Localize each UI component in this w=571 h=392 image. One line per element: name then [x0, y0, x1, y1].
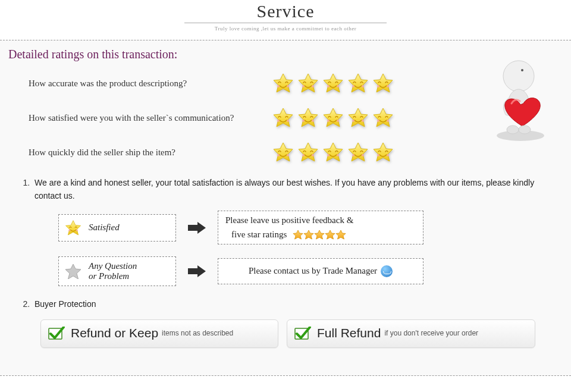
svg-point-7	[507, 126, 519, 134]
five-star-text: five star ratings	[231, 228, 287, 242]
feedback-row-problem: Any Question or Problem Please contact u…	[58, 256, 563, 286]
rating-question: How quickly did the seller ship the item…	[29, 148, 266, 158]
note-item-1: We are a kind and honest seller, your to…	[32, 177, 563, 286]
mini-five-stars-icon	[293, 230, 346, 240]
check-icon	[294, 327, 311, 341]
rating-row-accuracy: How accurate was the product description…	[29, 73, 563, 93]
question-label: Any Question or Problem	[89, 261, 137, 281]
full-refund-sub: if you don't receive your order	[384, 328, 478, 339]
satisfied-box: Satisfied	[58, 214, 176, 242]
feedback-row-satisfied: Satisfied Please leave us positive feedb…	[58, 211, 563, 244]
header-underline	[184, 23, 387, 23]
notes-list: We are a kind and honest seller, your to…	[32, 177, 563, 348]
check-icon	[48, 327, 65, 341]
mascot-with-heart-icon	[488, 52, 553, 142]
five-star-rating-icon	[272, 142, 394, 162]
section-heading: Detailed ratings on this transaction:	[8, 48, 563, 61]
question-action-text: Please contact us by Trade Manager	[249, 264, 377, 278]
refund-keep-sub: items not as described	[162, 328, 233, 339]
gold-star-icon	[65, 220, 81, 236]
refund-or-keep-card: Refund or Keep items not as described	[40, 319, 278, 348]
feedback-guidance: Satisfied Please leave us positive feedb…	[34, 211, 563, 286]
svg-point-4	[503, 61, 534, 92]
note-item-2: Buyer Protection Refund or Keep items no…	[32, 298, 563, 348]
rating-question: How satisfied were you with the seller`s…	[29, 113, 266, 123]
buyer-protection-title: Buyer Protection	[34, 299, 96, 309]
question-action-box: Please contact us by Trade Manager	[218, 258, 423, 284]
gray-star-icon	[65, 264, 81, 279]
satisfied-action-box: Please leave us positive feedback & five…	[218, 211, 423, 244]
ratings-list: How accurate was the product description…	[29, 73, 563, 162]
header-subtitle: Truly love coming ,let us make a commitm…	[0, 26, 571, 32]
service-header: Service Truly love coming ,let us make a…	[0, 0, 571, 32]
five-star-rating-icon	[272, 73, 394, 93]
note-1-text: We are a kind and honest seller, your to…	[34, 178, 534, 200]
satisfied-action-line2: five star ratings	[231, 228, 346, 242]
svg-point-5	[521, 69, 523, 71]
protection-cards: Refund or Keep items not as described Fu…	[40, 319, 563, 348]
ratings-section: Detailed ratings on this transaction: Ho…	[0, 40, 571, 376]
question-box: Any Question or Problem	[58, 256, 176, 286]
full-refund-main: Full Refund	[317, 324, 381, 343]
header-title: Service	[0, 1, 571, 21]
rating-row-communication: How satisfied were you with the seller`s…	[29, 108, 563, 128]
trade-manager-icon	[381, 265, 393, 277]
refund-keep-main: Refund or Keep	[71, 324, 158, 343]
arrow-right-icon	[188, 265, 206, 277]
five-star-rating-icon	[272, 108, 394, 128]
satisfied-label: Satisfied	[89, 222, 120, 233]
svg-point-8	[519, 126, 531, 134]
rating-question: How accurate was the product description…	[29, 79, 266, 89]
rating-row-shipping: How quickly did the seller ship the item…	[29, 142, 563, 162]
arrow-right-icon	[188, 222, 206, 234]
full-refund-card: Full Refund if you don't receive your or…	[287, 319, 535, 348]
satisfied-action-line1: Please leave us positive feedback &	[225, 214, 353, 227]
